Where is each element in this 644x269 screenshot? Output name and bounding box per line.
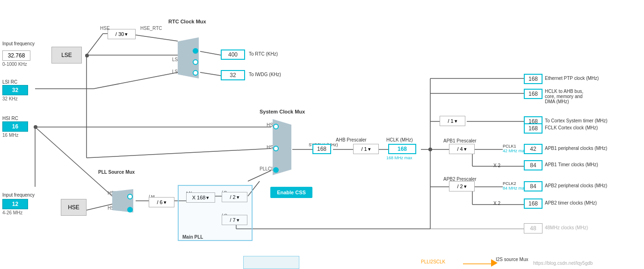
sysclk-mux-label: System Clock Mux (260, 109, 305, 114)
lse-input-label: Input frequency (2, 41, 35, 46)
apb1-peri-box[interactable]: 42 (524, 144, 543, 154)
bottom-pll-box (243, 256, 299, 269)
hclk-max-label: 168 MHz max (386, 156, 412, 160)
ahb-bus-label: HCLK to AHB bus, core, memory and DMA (M… (545, 89, 592, 104)
svg-line-4 (200, 51, 221, 55)
apb1-x2-label: X 2 (493, 163, 500, 168)
svg-line-38 (87, 34, 103, 55)
lse-node-dot (85, 54, 89, 57)
iwdg-output-box[interactable]: 32 (221, 70, 245, 80)
ahb-prescaler-label: AHB Prescaler (336, 137, 367, 142)
lsi-label: LSI RC (2, 79, 17, 85)
hse-input-box[interactable]: 12 (2, 199, 28, 209)
pll-q-dropdown[interactable]: / 7 ▾ (222, 215, 247, 225)
pclk1-max-label: 42 MHz max (503, 149, 527, 153)
sysclk-mux-pllclk-circle[interactable] (273, 167, 279, 173)
i2s-source-mux-label: I2S source Mux (496, 257, 528, 262)
pll-mux-hse-circle[interactable] (127, 207, 133, 212)
pll-p-dropdown[interactable]: / 2 ▾ (222, 192, 247, 202)
apb1-prescaler-label: APB1 Prescaler (443, 138, 477, 143)
apb1-timer-box[interactable]: 84 (524, 160, 543, 170)
eth-ptp-box[interactable]: 168 (524, 74, 543, 84)
svg-line-2 (94, 72, 178, 89)
lsi-unit-label: 32 KHz (2, 96, 18, 101)
pll-mux-hsi-circle[interactable] (127, 194, 133, 199)
apb2-timer-box[interactable]: 168 (524, 198, 543, 209)
hsi-node-dot (34, 125, 37, 129)
hse-block: HSE (61, 199, 87, 216)
svg-line-5 (200, 72, 221, 76)
lse-range-label: 0-1000 KHz (2, 62, 27, 67)
rtc-output-box[interactable]: 400 (221, 50, 245, 60)
hse-rtc-source-label: HSE (100, 26, 110, 31)
hclk-node-dot (428, 148, 432, 151)
hse-div-rtc-dropdown[interactable]: / 30 ▾ (108, 29, 136, 39)
hsi-box[interactable]: 16 (2, 121, 28, 132)
pclk2-max-label: 84 MHz max (503, 186, 527, 191)
cortex-div-dropdown[interactable]: / 1 ▾ (440, 116, 465, 126)
sysclk-mux-hse-circle[interactable] (273, 146, 279, 151)
main-pll-label: Main PLL (182, 234, 203, 240)
hse-range-label: 4-26 MHz (2, 210, 22, 215)
cortex-label: To Cortex System timer (MHz) (545, 118, 608, 123)
apb2-peri-box[interactable]: 84 (524, 181, 543, 191)
apb2-timer-label: APB2 timer clocks (MHz) (545, 200, 597, 205)
clk48-box[interactable]: 48 (524, 223, 543, 234)
lse-block: LSE (51, 47, 82, 64)
watermark: https://blog.csdn.net/lqy5gdb (533, 261, 593, 266)
pll-source-mux-label: PLL Source Mux (98, 170, 135, 175)
hsi-label: HSI RC (2, 116, 18, 121)
plli2sclk-arrow (491, 259, 498, 267)
rtc-to-label: To RTC (KHz) (249, 51, 278, 57)
sysclk-mux-hsi-circle[interactable] (273, 124, 279, 129)
clk48-label: 48MHz clocks (MHz) (545, 225, 588, 230)
apb2-x2-label: X 2 (493, 201, 500, 206)
pclk1-label: PCLK1 (503, 144, 516, 149)
svg-line-8 (87, 149, 271, 158)
fclk-box[interactable]: 168 (524, 123, 543, 134)
apb1-timer-label: APB1 Timer clocks (MHz) (545, 162, 598, 167)
lse-freq-box[interactable]: 32.768 (2, 50, 30, 61)
pll-m-dropdown[interactable]: / 6 ▾ (149, 197, 174, 207)
lsi-box[interactable]: 32 (2, 85, 28, 95)
iwdg-to-label: To IWDG (KHz) (249, 72, 281, 77)
rtc-mux-label: RTC Clock Mux (168, 19, 206, 24)
hsi-unit-label: 16 MHz (2, 133, 18, 138)
apb2-div-dropdown[interactable]: / 2 ▾ (449, 181, 475, 191)
svg-line-29 (35, 127, 112, 196)
hclk-label: HCLK (MHz) (386, 137, 413, 142)
rtc-mux-circle3[interactable] (193, 70, 198, 76)
fclk-label: FCLK Cortex clock (MHz) (545, 125, 598, 130)
hclk-box[interactable]: 168 (388, 144, 416, 154)
apb2-peri-label: APB2 peripheral clocks (MHz) (545, 183, 607, 188)
pclk2-label: PCLK2 (503, 181, 516, 186)
apb1-peri-label: APB1 peripheral clocks (MHz) (545, 146, 607, 151)
hse-input-label: Input frequency (2, 192, 35, 198)
rtc-mux-selected-circle[interactable] (193, 48, 198, 54)
svg-line-35 (248, 181, 260, 196)
enable-css-button[interactable]: Enable CSS (270, 187, 312, 198)
sysclk-box[interactable]: 168 (312, 144, 331, 154)
rtc-mux-circle2[interactable] (193, 59, 198, 65)
hse-rtc-label: HSE_RTC (140, 26, 162, 31)
plli2sclk-label: PLLI2SCLK (421, 259, 445, 264)
ahb-bus-box[interactable]: 168 (524, 89, 543, 99)
eth-ptp-label: Ethernet PTP clock (MHz) (545, 76, 599, 81)
ahb-div-dropdown[interactable]: / 1 ▾ (353, 144, 379, 154)
pll-n-dropdown[interactable]: X 168 ▾ (186, 192, 215, 203)
apb1-div-dropdown[interactable]: / 4 ▾ (449, 144, 475, 154)
svg-line-9 (248, 170, 271, 181)
